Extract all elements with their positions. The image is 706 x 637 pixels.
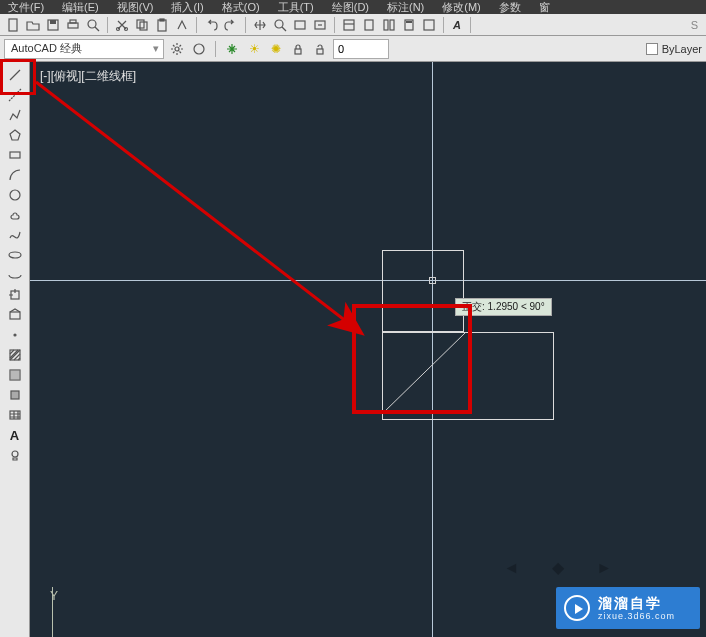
svg-point-5 bbox=[88, 20, 96, 28]
hatch-tool-button[interactable] bbox=[4, 346, 26, 364]
workspace-toolbar: AutoCAD 经典 ☀ ✺ 0 ByLayer bbox=[0, 36, 706, 62]
addlight-tool-button[interactable] bbox=[4, 446, 26, 464]
svg-point-31 bbox=[14, 334, 16, 336]
match-button[interactable] bbox=[173, 16, 191, 34]
zoom-button[interactable] bbox=[271, 16, 289, 34]
svg-point-12 bbox=[275, 20, 283, 28]
standard-toolbar: A S bbox=[0, 14, 706, 36]
viewcube-shadow: ◄ ◆ ► bbox=[503, 558, 626, 577]
redo-button[interactable] bbox=[222, 16, 240, 34]
line-tool-button[interactable] bbox=[4, 66, 26, 84]
annotation-arrow bbox=[30, 62, 706, 637]
menu-param[interactable]: 参数 bbox=[499, 0, 521, 14]
revcloud-tool-button[interactable] bbox=[4, 206, 26, 224]
markup-button[interactable] bbox=[420, 16, 438, 34]
separator bbox=[215, 41, 216, 57]
watermark: 溜溜自学 zixue.3d66.com bbox=[556, 587, 700, 629]
workspace-settings-icon[interactable] bbox=[190, 40, 208, 58]
zoom-prev-button[interactable] bbox=[311, 16, 329, 34]
calc-button[interactable] bbox=[400, 16, 418, 34]
pan-button[interactable] bbox=[251, 16, 269, 34]
menu-dim[interactable]: 标注(N) bbox=[387, 0, 424, 14]
main-area: A [-][俯视][二维线框] 正交: 1.2950 < 90° Y ◄ ◆ ►… bbox=[0, 62, 706, 637]
layer-unlock-icon[interactable] bbox=[311, 40, 329, 58]
workspace-gear-icon[interactable] bbox=[168, 40, 186, 58]
new-button[interactable] bbox=[4, 16, 22, 34]
layer-sun-icon[interactable]: ✺ bbox=[267, 40, 285, 58]
svg-rect-18 bbox=[390, 20, 394, 30]
layer-bulb-icon[interactable]: ☀ bbox=[245, 40, 263, 58]
viewport-label[interactable]: [-][俯视][二维线框] bbox=[40, 68, 136, 85]
block-tool-button[interactable] bbox=[4, 306, 26, 324]
menu-edit[interactable]: 编辑(E) bbox=[62, 0, 99, 14]
svg-rect-10 bbox=[158, 20, 166, 31]
copy-button[interactable] bbox=[133, 16, 151, 34]
svg-point-23 bbox=[194, 44, 204, 54]
ellipse-tool-button[interactable] bbox=[4, 246, 26, 264]
ellipsearc-tool-button[interactable] bbox=[4, 266, 26, 284]
circle-tool-button[interactable] bbox=[4, 186, 26, 204]
svg-point-22 bbox=[175, 47, 179, 51]
menu-insert[interactable]: 插入(I) bbox=[171, 0, 203, 14]
paste-button[interactable] bbox=[153, 16, 171, 34]
zoom-window-button[interactable] bbox=[291, 16, 309, 34]
xline-tool-button[interactable] bbox=[4, 86, 26, 104]
tooltip-prefix: 正交 bbox=[462, 301, 482, 312]
rectangle-tool-button[interactable] bbox=[4, 146, 26, 164]
menu-view[interactable]: 视图(V) bbox=[117, 0, 154, 14]
menu-tools[interactable]: 工具(T) bbox=[278, 0, 314, 14]
separator bbox=[196, 17, 197, 33]
svg-rect-24 bbox=[295, 49, 301, 54]
separator bbox=[245, 17, 246, 33]
menu-modify[interactable]: 修改(M) bbox=[442, 0, 481, 14]
svg-rect-13 bbox=[295, 21, 305, 29]
layer-lock-icon[interactable] bbox=[289, 40, 307, 58]
drawing-rect-bottom bbox=[382, 332, 554, 420]
color-control[interactable]: ByLayer bbox=[646, 43, 702, 55]
layer-dropdown[interactable]: 0 bbox=[333, 39, 389, 59]
menu-draw[interactable]: 绘图(D) bbox=[332, 0, 369, 14]
polygon-tool-button[interactable] bbox=[4, 126, 26, 144]
spline-tool-button[interactable] bbox=[4, 226, 26, 244]
tooltip-value: 1.2950 < 90° bbox=[488, 301, 545, 312]
svg-rect-20 bbox=[406, 21, 412, 23]
menu-file[interactable]: 文件(F) bbox=[8, 0, 44, 14]
polyline-tool-button[interactable] bbox=[4, 106, 26, 124]
print-button[interactable] bbox=[64, 16, 82, 34]
layer-current: 0 bbox=[338, 43, 344, 55]
search-hint[interactable]: S bbox=[691, 19, 702, 31]
layer-freeze-icon[interactable] bbox=[223, 40, 241, 58]
region-tool-button[interactable] bbox=[4, 386, 26, 404]
workspace-dropdown[interactable]: AutoCAD 经典 bbox=[4, 39, 164, 59]
table-tool-button[interactable] bbox=[4, 406, 26, 424]
undo-button[interactable] bbox=[202, 16, 220, 34]
drawing-canvas[interactable]: [-][俯视][二维线框] 正交: 1.2950 < 90° Y ◄ ◆ ► 溜… bbox=[30, 62, 706, 637]
text-style-icon[interactable]: A bbox=[449, 17, 465, 33]
svg-rect-4 bbox=[70, 20, 76, 23]
menu-window[interactable]: 窗 bbox=[539, 0, 550, 14]
insert-tool-button[interactable] bbox=[4, 286, 26, 304]
sheet-button[interactable] bbox=[360, 16, 378, 34]
text-tool-button[interactable]: A bbox=[4, 426, 26, 444]
svg-rect-21 bbox=[424, 20, 434, 30]
separator bbox=[443, 17, 444, 33]
svg-point-27 bbox=[10, 190, 20, 200]
svg-rect-17 bbox=[384, 20, 388, 30]
point-tool-button[interactable] bbox=[4, 326, 26, 344]
menu-format[interactable]: 格式(O) bbox=[222, 0, 260, 14]
gradient-tool-button[interactable] bbox=[4, 366, 26, 384]
plot-preview-button[interactable] bbox=[84, 16, 102, 34]
svg-rect-11 bbox=[160, 19, 164, 21]
separator bbox=[107, 17, 108, 33]
save-button[interactable] bbox=[44, 16, 62, 34]
watermark-play-icon bbox=[564, 595, 590, 621]
properties-button[interactable] bbox=[340, 16, 358, 34]
open-button[interactable] bbox=[24, 16, 42, 34]
tool-palette-button[interactable] bbox=[380, 16, 398, 34]
svg-point-28 bbox=[9, 252, 21, 258]
draw-toolbar: A bbox=[0, 62, 30, 637]
cut-button[interactable] bbox=[113, 16, 131, 34]
arc-tool-button[interactable] bbox=[4, 166, 26, 184]
svg-rect-0 bbox=[9, 19, 17, 31]
dynamic-input-tooltip: 正交: 1.2950 < 90° bbox=[455, 298, 552, 316]
